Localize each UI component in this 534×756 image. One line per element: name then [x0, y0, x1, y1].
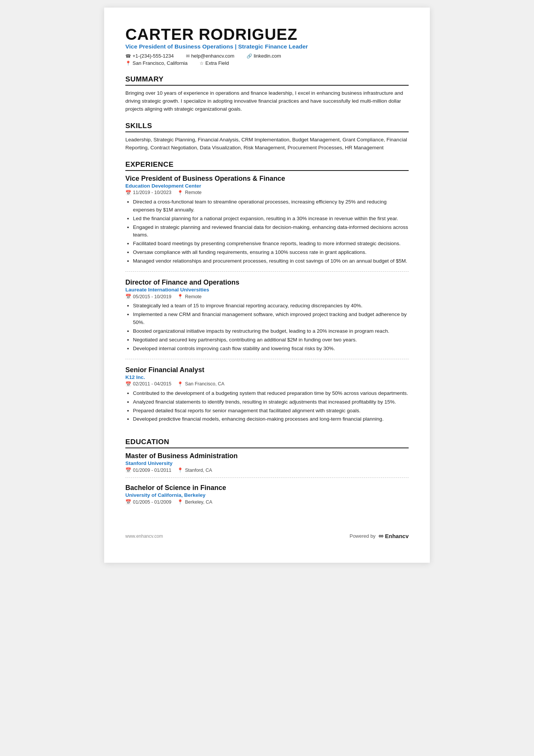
email-icon: ✉	[186, 53, 190, 59]
edu-block-2: Bachelor of Science in Finance Universit…	[125, 484, 409, 509]
footer: www.enhancv.com Powered by ∞ Enhancv	[125, 532, 409, 540]
contact-row-2: 📍 San Francisco, California ☆ Extra Fiel…	[125, 60, 409, 67]
bullet-1-6: Managed vendor relationships and procure…	[133, 257, 409, 265]
degree-1: Master of Business Administration	[125, 452, 409, 460]
bullet-1-2: Led the financial planning for a nationa…	[133, 215, 409, 223]
pin-icon-2: 📍	[177, 294, 183, 299]
edu-location-1: 📍 Stanford, CA	[177, 467, 212, 473]
location-1: 📍 Remote	[177, 190, 201, 196]
location-3: 📍 San Francisco, CA	[177, 381, 224, 387]
summary-heading: SUMMARY	[125, 75, 409, 86]
skills-heading: SKILLS	[125, 122, 409, 132]
job-title-1: Vice President of Business Operations & …	[125, 175, 409, 183]
calendar-icon-1: 📅	[125, 190, 131, 196]
bullet-1-3: Engaged in strategic planning and review…	[133, 224, 409, 239]
experience-section: EXPERIENCE Vice President of Business Op…	[125, 160, 409, 430]
enhancv-logo: ∞ Enhancv	[379, 532, 409, 540]
exp-meta-1: 📅 11/2019 - 10/2023 📍 Remote	[125, 190, 409, 196]
extra-field-item: ☆ Extra Field	[200, 60, 229, 66]
skills-text: Leadership, Strategic Planning, Financia…	[125, 136, 409, 152]
school-1: Stanford University	[125, 460, 409, 466]
candidate-name: CARTER RODRIGUEZ	[125, 26, 409, 43]
extra-field-value: Extra Field	[205, 60, 229, 66]
bullets-1: Directed a cross-functional team to stre…	[125, 198, 409, 265]
footer-brand: Powered by ∞ Enhancv	[350, 532, 409, 540]
bullet-3-1: Contributed to the development of a budg…	[133, 390, 409, 398]
pin-icon-3: 📍	[177, 381, 183, 387]
location-2: 📍 Remote	[177, 294, 201, 299]
pin-icon-1: 📍	[177, 190, 183, 196]
edu-calendar-icon-2: 📅	[125, 499, 131, 505]
education-heading: EDUCATION	[125, 438, 409, 448]
footer-website: www.enhancv.com	[125, 534, 163, 539]
location-item: 📍 San Francisco, California	[125, 60, 187, 66]
exp-meta-2: 📅 05/2015 - 10/2019 📍 Remote	[125, 294, 409, 299]
bullets-2: Strategically led a team of 15 to improv…	[125, 302, 409, 353]
bullet-2-1: Strategically led a team of 15 to improv…	[133, 302, 409, 310]
header-section: CARTER RODRIGUEZ Vice President of Busin…	[125, 26, 409, 67]
job-title-2: Director of Finance and Operations	[125, 279, 409, 286]
linkedin-icon: 🔗	[247, 53, 252, 59]
bullets-3: Contributed to the development of a budg…	[125, 390, 409, 424]
education-section: EDUCATION Master of Business Administrat…	[125, 438, 409, 509]
degree-2: Bachelor of Science in Finance	[125, 484, 409, 492]
bullet-3-3: Prepared detailed fiscal reports for sen…	[133, 407, 409, 415]
bullet-3-2: Analyzed financial statements to identif…	[133, 398, 409, 406]
bullet-2-2: Implemented a new CRM and financial mana…	[133, 311, 409, 327]
bullet-2-4: Negotiated and secured key partnerships,…	[133, 336, 409, 344]
contact-row-1: ☎ +1-(234)-555-1234 ✉ help@enhancv.com 🔗…	[125, 53, 409, 59]
summary-text: Bringing over 10 years of experience in …	[125, 89, 409, 113]
phone-item: ☎ +1-(234)-555-1234	[125, 53, 174, 59]
exp-block-2: Director of Finance and Operations Laure…	[125, 279, 409, 359]
company-1: Education Development Center	[125, 183, 409, 189]
edu-pin-icon-1: 📍	[177, 467, 183, 473]
edu-location-2: 📍 Berkeley, CA	[177, 499, 212, 505]
email-value: help@enhancv.com	[191, 53, 234, 59]
school-2: University of California, Berkeley	[125, 492, 409, 498]
edu-meta-2: 📅 01/2005 - 01/2009 📍 Berkeley, CA	[125, 499, 409, 505]
bullet-2-5: Developed internal controls improving ca…	[133, 345, 409, 353]
exp-block-1: Vice President of Business Operations & …	[125, 175, 409, 272]
date-range-2: 📅 05/2015 - 10/2019	[125, 294, 171, 299]
phone-icon: ☎	[125, 53, 131, 59]
edu-date-1: 📅 01/2009 - 01/2011	[125, 467, 171, 473]
edu-calendar-icon-1: 📅	[125, 467, 131, 473]
calendar-icon-3: 📅	[125, 381, 131, 387]
star-icon: ☆	[200, 61, 204, 66]
bullet-1-1: Directed a cross-functional team to stre…	[133, 198, 409, 214]
date-range-1: 📅 11/2019 - 10/2023	[125, 190, 171, 196]
edu-block-1: Master of Business Administration Stanfo…	[125, 452, 409, 478]
linkedin-item: 🔗 linkedin.com	[247, 53, 281, 59]
experience-heading: EXPERIENCE	[125, 160, 409, 171]
calendar-icon-2: 📅	[125, 294, 131, 299]
brand-name: Enhancv	[385, 533, 409, 539]
location-value: San Francisco, California	[133, 60, 187, 66]
company-3: K12 Inc.	[125, 374, 409, 380]
resume-page: CARTER RODRIGUEZ Vice President of Busin…	[104, 8, 430, 563]
candidate-title: Vice President of Business Operations | …	[125, 43, 409, 50]
powered-by-label: Powered by	[350, 533, 376, 539]
exp-meta-3: 📅 02/2011 - 04/2015 📍 San Francisco, CA	[125, 381, 409, 387]
linkedin-value: linkedin.com	[254, 53, 281, 59]
email-item: ✉ help@enhancv.com	[186, 53, 234, 59]
skills-section: SKILLS Leadership, Strategic Planning, F…	[125, 122, 409, 152]
date-range-3: 📅 02/2011 - 04/2015	[125, 381, 171, 387]
bullet-3-4: Developed predictive financial models, e…	[133, 415, 409, 423]
bullet-1-5: Oversaw compliance with all funding requ…	[133, 249, 409, 257]
summary-section: SUMMARY Bringing over 10 years of experi…	[125, 75, 409, 113]
phone-value: +1-(234)-555-1234	[133, 53, 174, 59]
job-title-3: Senior Financial Analyst	[125, 366, 409, 374]
edu-meta-1: 📅 01/2009 - 01/2011 📍 Stanford, CA	[125, 467, 409, 473]
bullet-2-3: Boosted organizational initiative impact…	[133, 327, 409, 335]
edu-pin-icon-2: 📍	[177, 499, 183, 505]
location-icon: 📍	[125, 61, 131, 66]
exp-block-3: Senior Financial Analyst K12 Inc. 📅 02/2…	[125, 366, 409, 430]
bullet-1-4: Facilitated board meetings by presenting…	[133, 240, 409, 248]
edu-date-2: 📅 01/2005 - 01/2009	[125, 499, 171, 505]
company-2: Laureate International Universities	[125, 287, 409, 293]
enhancv-logo-icon: ∞	[379, 532, 384, 540]
